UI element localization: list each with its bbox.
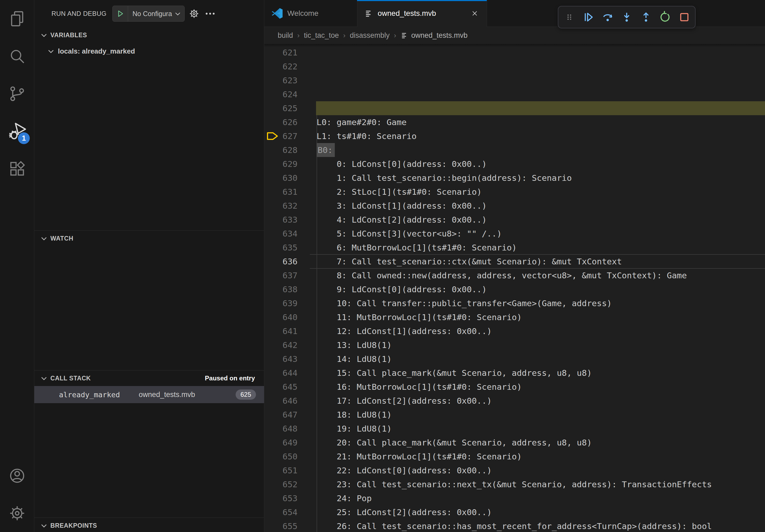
tab-welcome[interactable]: Welcome (264, 0, 357, 27)
code-line[interactable]: 654 28: Branch(31) (264, 505, 765, 519)
watch-section-header[interactable]: WATCH (34, 231, 264, 246)
code-line[interactable]: 627 2: StLoc[1](ts#1#0: Scenario) (264, 129, 765, 143)
step-out-icon[interactable] (638, 9, 654, 25)
start-debug-button[interactable] (113, 6, 128, 21)
tab-owned-tests[interactable]: owned_tests.mvb (357, 0, 487, 27)
code-line[interactable]: 633 8: Call owned::new(address, address,… (264, 213, 765, 227)
breadcrumb-file[interactable]: owned_tests.mvb (400, 31, 467, 40)
code-line[interactable]: 626 1: Call test_scenario::begin(address… (264, 115, 765, 129)
line-number[interactable]: 642 (264, 338, 298, 352)
line-number[interactable]: 629 (264, 157, 298, 171)
line-number[interactable]: 631 (264, 185, 298, 199)
line-number[interactable]: 639 (264, 296, 298, 310)
code-line[interactable]: 646 21: MutBorrowLoc[1](ts#1#0: Scenario… (264, 394, 765, 408)
code-line[interactable]: 643 18: LdU8(1) (264, 352, 765, 366)
line-number[interactable]: 621 (264, 46, 298, 60)
line-number[interactable]: 641 (264, 324, 298, 338)
code-line[interactable]: 644 19: LdU8(1) (264, 366, 765, 380)
code-line[interactable]: 641 16: MutBorrowLoc[1](ts#1#0: Scenario… (264, 324, 765, 338)
code-line[interactable]: 648 23: Call test_scenario::next_tx(&mut… (264, 421, 765, 435)
line-number[interactable]: 649 (264, 435, 298, 449)
line-number[interactable]: 654 (264, 505, 298, 519)
code-line[interactable]: 629 4: LdConst[2](address: 0x00..) (264, 157, 765, 171)
line-number[interactable]: 647 (264, 408, 298, 421)
account-icon[interactable] (0, 457, 34, 494)
stack-frame-row[interactable]: already_marked owned_tests.mvb 625 (34, 386, 264, 403)
stop-icon[interactable] (676, 9, 693, 25)
line-number[interactable]: 643 (264, 352, 298, 366)
line-number[interactable]: 634 (264, 227, 298, 241)
locals-scope-row[interactable]: locals: already_marked (34, 43, 264, 60)
code-line[interactable]: 639 14: LdU8(1) (264, 296, 765, 310)
close-icon[interactable] (469, 8, 480, 19)
code-line[interactable]: 647 22: LdConst[0](address: 0x00..) (264, 408, 765, 421)
line-number[interactable]: 622 (264, 60, 298, 73)
extensions-icon[interactable] (0, 150, 34, 187)
code-line[interactable]: 640 15: Call place_mark(&mut Scenario, a… (264, 310, 765, 324)
code-line[interactable]: 636 11: MutBorrowLoc[1](ts#1#0: Scenario… (264, 254, 765, 268)
code-line[interactable]: 638 13: LdU8(1) (264, 282, 765, 296)
code-line[interactable]: 630 5: LdConst[3](vector<u8>: "" /..) (264, 171, 765, 185)
config-dropdown[interactable]: No Configura (128, 10, 184, 18)
line-number[interactable]: 633 (264, 213, 298, 227)
line-number[interactable]: 646 (264, 394, 298, 408)
restart-icon[interactable] (657, 9, 673, 25)
line-number[interactable]: 624 (264, 87, 298, 101)
code-line[interactable]: 634 9: LdConst[0](address: 0x00..) (264, 227, 765, 241)
step-into-icon[interactable] (618, 9, 635, 25)
more-actions-icon[interactable] (204, 7, 217, 20)
breadcrumb-item[interactable]: build (278, 31, 293, 40)
code-line[interactable]: 631 6: MutBorrowLoc[1](ts#1#0: Scenario) (264, 185, 765, 199)
line-number[interactable]: 626 (264, 115, 298, 129)
step-over-icon[interactable] (599, 9, 616, 25)
continue-icon[interactable] (580, 9, 597, 25)
code-line[interactable]: 623 L1: ts#1#0: Scenario (264, 73, 765, 87)
code-line[interactable]: 650 25: LdConst[2](address: 0x00..) (264, 449, 765, 463)
drag-handle-icon[interactable] (561, 9, 578, 25)
line-number[interactable]: 628 (264, 143, 298, 157)
code-line[interactable]: 649 24: Pop (264, 435, 765, 449)
line-number[interactable]: 625 (264, 101, 298, 115)
line-number[interactable]: 623 (264, 73, 298, 87)
line-number[interactable]: 627 (264, 129, 298, 143)
code-line[interactable]: 653 B1: (264, 491, 765, 505)
code-line[interactable]: 645 20: Call place_mark(&mut Scenario, a… (264, 380, 765, 394)
code-line[interactable]: 637 12: LdConst[1](address: 0x00..) (264, 268, 765, 282)
search-icon[interactable] (0, 38, 34, 75)
code-line[interactable]: 624 B0: (264, 87, 765, 101)
line-number[interactable]: 637 (264, 268, 298, 282)
call-stack-section-header[interactable]: CALL STACK Paused on entry (34, 371, 264, 386)
line-number[interactable]: 648 (264, 421, 298, 435)
line-number[interactable]: 636 (264, 254, 298, 268)
explorer-icon[interactable] (0, 0, 34, 38)
settings-gear-icon[interactable] (0, 494, 34, 532)
line-number[interactable]: 635 (264, 241, 298, 254)
code-line[interactable]: 652 27: BrFalse(29) (264, 477, 765, 491)
line-number[interactable]: 650 (264, 449, 298, 463)
breadcrumb-item[interactable]: disassembly (350, 31, 390, 40)
source-control-icon[interactable] (0, 75, 34, 113)
breadcrumb-item[interactable]: tic_tac_toe (304, 31, 339, 40)
line-number[interactable]: 630 (264, 171, 298, 185)
code-line[interactable]: 628 3: LdConst[1](address: 0x00..) (264, 143, 765, 157)
line-number[interactable]: 651 (264, 463, 298, 477)
line-number[interactable]: 644 (264, 366, 298, 380)
variables-section-header[interactable]: VARIABLES (34, 27, 264, 43)
code-line[interactable]: 651 26: Call test_scenario::has_most_rec… (264, 463, 765, 477)
code-line[interactable]: 655 B2: (264, 519, 765, 532)
code-line[interactable]: 635 10: Call transfer::public_transfer<G… (264, 241, 765, 254)
code-line[interactable]: 625 0: LdConst[0](address: 0x00..) (264, 101, 765, 115)
line-number[interactable]: 653 (264, 491, 298, 505)
code-editor[interactable]: 621 already_marked() { 622 L0: game#2#0:… (264, 44, 765, 532)
debug-settings-gear-icon[interactable] (187, 7, 201, 20)
line-number[interactable]: 638 (264, 282, 298, 296)
line-number[interactable]: 632 (264, 199, 298, 213)
code-line[interactable]: 632 7: Call test_scenario::ctx(&mut Scen… (264, 199, 765, 213)
breakpoints-section-header[interactable]: BREAKPOINTS (34, 518, 264, 532)
line-number[interactable]: 652 (264, 477, 298, 491)
code-line[interactable]: 621 already_marked() { (264, 46, 765, 60)
run-and-debug-icon[interactable]: 1 (0, 113, 34, 150)
code-line[interactable]: 642 17: LdConst[2](address: 0x00..) (264, 338, 765, 352)
code-line[interactable]: 622 L0: game#2#0: Game (264, 60, 765, 73)
line-number[interactable]: 640 (264, 310, 298, 324)
